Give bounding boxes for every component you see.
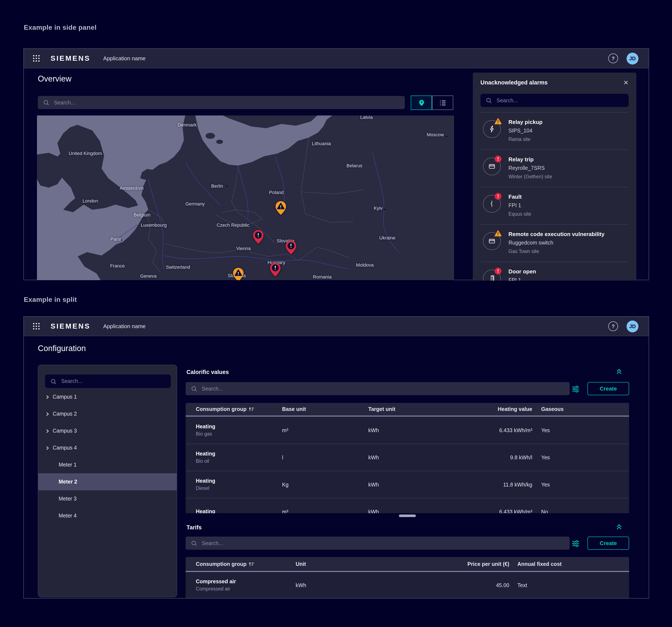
asset-tree: Campus 1 Campus 2 Campus 3 Campus 4 Mete… [38,388,177,524]
chevron-right-icon [45,446,50,450]
app-switcher-icon[interactable] [31,321,41,331]
europe-map[interactable]: LatviaDenmarkMoscowLithuaniaUnited Kingd… [37,116,454,280]
list-icon [438,99,447,107]
calorific-table-header: Consumption group Base unit Target unit … [186,403,629,417]
alarms-panel-title: Unacknowledged alarms [480,79,548,85]
column-base-unit[interactable]: Base unit [282,406,368,412]
map-label: Latvia [360,116,373,120]
help-icon[interactable]: ? [608,53,618,63]
alarm-item[interactable]: Fault FPI 1 Equus site [480,187,629,224]
map-label: Berlin [211,183,223,189]
map-label: Switzerland [166,265,190,270]
table-row[interactable]: HeatingDiesel Kg kWh 11.8 kWh/kg Yes [186,471,629,498]
tree-search [45,374,171,388]
list-view-button[interactable] [432,96,453,110]
column-price-per-unit[interactable]: Price per unit (€) [389,561,509,567]
map-geography [37,116,454,280]
unacknowledged-alarms-panel: Unacknowledged alarms ✕ Relay pickup SIP… [473,73,636,281]
map-label: Geneva [140,273,157,278]
table-scrollbar[interactable] [399,515,416,517]
column-consumption-group[interactable]: Consumption group [196,561,296,567]
close-icon[interactable]: ✕ [623,79,629,85]
sidebar-item-campus-2[interactable]: Campus 2 [38,405,177,422]
table-row[interactable]: HeatingBio gas m³ kWh 6.433 kWh/m³ Yes [186,417,629,444]
column-gaseous[interactable]: Gaseous [532,406,619,412]
column-target-unit[interactable]: Target unit [368,406,446,412]
map-label: France [110,263,125,268]
map-label: Denmark [177,122,196,127]
error-badge-icon [495,193,502,200]
alarm-site: Rama site [508,135,543,144]
filter-icon[interactable] [570,382,581,395]
alarm-title: Remote code execution vulnerability [508,230,604,239]
alarms-search-input[interactable] [496,97,624,104]
table-row[interactable]: Compressed airCompressed air kWh 45.00 T… [186,572,629,598]
avatar[interactable]: JD [627,52,639,64]
map-label: Belgium [134,212,150,217]
sidebar-item-meter-1[interactable]: Meter 1 [38,456,177,473]
map-alarm-pin[interactable] [275,201,286,215]
filter-icon[interactable] [570,536,581,550]
example-heading-split: Example in split [24,296,77,303]
map-alarm-pin[interactable] [285,240,296,255]
map-label: Germany [186,201,205,206]
error-badge-icon [495,268,502,275]
alarm-item[interactable]: Remote code execution vulnerability Rugg… [480,224,629,261]
alarm-item[interactable]: Relay pickup SIPS_104 Rama site [480,112,629,149]
design-canvas: Example in side panel SIEMENS Applicatio… [0,0,672,627]
calorific-search [186,382,570,395]
sidebar-item-campus-4[interactable]: Campus 4 [38,440,177,456]
map-label: Romania [313,274,332,279]
error-badge-icon [495,155,502,162]
search-icon [485,97,492,104]
alarm-item[interactable]: Relay trip Reyrolle_7SRS Winter (Gethen)… [480,149,629,187]
page-title: Overview [38,74,71,84]
create-calorific-button[interactable]: Create [587,382,629,395]
map-alarm-pin[interactable] [269,262,281,277]
map-label: Amsterdam [120,185,144,191]
map-alarm-pin[interactable] [233,268,244,280]
alarms-search [480,94,629,107]
alarm-item[interactable]: Door open FPI 1 [480,261,629,281]
calorific-section-title: Calorific values [187,369,229,375]
warning-badge-icon [495,230,502,237]
sort-icon [249,407,255,412]
sidebar-item-meter-4[interactable]: Meter 4 [38,507,177,524]
collapse-section-icon[interactable] [616,368,623,375]
search-icon [191,385,197,392]
map-alarm-pin[interactable] [253,230,264,244]
map-label: Lithuania [312,141,331,146]
map-label: Kyiv [374,205,383,210]
tree-search-input[interactable] [60,378,166,384]
siemens-logo: SIEMENS [51,322,91,330]
column-heating-value[interactable]: Heating value [446,406,532,412]
column-unit[interactable]: Unit [296,561,389,567]
sidebar-item-meter-2[interactable]: Meter 2 [38,473,177,490]
calorific-search-input[interactable] [201,385,565,392]
alarm-device: FPI 1 [508,276,536,281]
sidebar-item-meter-3[interactable]: Meter 3 [38,490,177,507]
map-label: Paris [111,236,121,242]
map-label: Luxembourg [141,222,167,228]
application-name: Application name [103,55,145,61]
collapse-section-icon[interactable] [616,523,623,530]
sidebar-item-campus-1[interactable]: Campus 1 [38,388,177,405]
tarifs-search-input[interactable] [201,540,565,547]
map-view-button[interactable] [411,96,432,110]
column-consumption-group[interactable]: Consumption group [196,406,282,412]
table-row[interactable]: HeatingBio oil l kWh 9.8 kWh/l Yes [186,444,629,471]
app-switcher-icon[interactable] [31,53,41,64]
table-row[interactable]: Heating m³ kWh 6.433 kWh/m³ No [186,498,629,513]
alarm-device: FPI 1 [508,201,531,210]
chevron-right-icon [45,429,50,433]
tarifs-table: Consumption group Unit Price per unit (€… [186,557,629,598]
sidebar-item-campus-3[interactable]: Campus 3 [38,422,177,440]
map-label: Poland [269,190,284,195]
door-icon [483,270,501,281]
column-annual-fixed-cost[interactable]: Annual fixed cost [509,561,619,567]
create-tarif-button[interactable]: Create [587,536,629,550]
map-label: Vienna [236,246,250,251]
calorific-table: Consumption group Base unit Target unit … [186,403,629,513]
search-input[interactable] [53,99,400,106]
fault-icon [483,195,501,213]
